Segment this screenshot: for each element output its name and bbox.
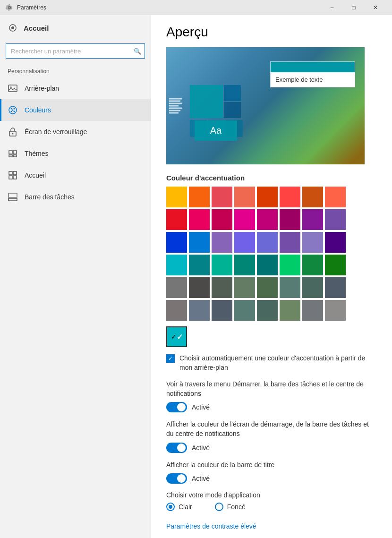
color-swatch[interactable] xyxy=(166,209,187,230)
svg-rect-21 xyxy=(9,193,17,197)
color-swatch[interactable] xyxy=(257,277,278,298)
high-contrast-link[interactable]: Paramètres de contraste élevé xyxy=(166,522,256,530)
color-swatch[interactable] xyxy=(280,277,300,298)
selected-color-swatch[interactable]: ✓ xyxy=(166,326,187,347)
color-swatch[interactable] xyxy=(166,300,187,321)
color-swatch[interactable] xyxy=(212,187,232,207)
color-swatch[interactable] xyxy=(166,255,187,275)
auto-accent-checkbox[interactable]: ✓ xyxy=(166,354,175,363)
color-swatch[interactable] xyxy=(280,232,300,253)
svg-point-1 xyxy=(11,26,14,29)
color-swatch[interactable] xyxy=(302,255,323,275)
color-swatch[interactable] xyxy=(234,277,255,298)
svg-point-8 xyxy=(14,111,15,112)
color-swatch[interactable] xyxy=(257,209,278,230)
color-swatch[interactable] xyxy=(234,255,255,275)
accent-section-label: Couleur d'accentuation xyxy=(166,174,377,182)
sidebar-item-ecran-verrouillage[interactable]: Écran de verrouillage xyxy=(0,121,151,143)
toggle3-description: Afficher la couleur de la barre de titre xyxy=(166,461,377,470)
sidebar-label-accueil: Accueil xyxy=(25,171,46,179)
sidebar-item-arriere-plan[interactable]: Arrière-plan xyxy=(0,77,151,99)
color-swatch[interactable] xyxy=(212,232,232,253)
color-swatch[interactable] xyxy=(280,300,300,321)
color-swatch[interactable] xyxy=(234,209,255,230)
color-swatch[interactable] xyxy=(234,232,255,253)
color-swatch[interactable] xyxy=(257,187,278,207)
toggle2-knob xyxy=(177,444,186,452)
toggle1-description: Voir à travers le menu Démarrer, la barr… xyxy=(166,380,377,398)
color-swatch[interactable] xyxy=(234,300,255,321)
radio-option-clair[interactable]: Clair xyxy=(166,503,192,511)
sidebar-item-barre-taches[interactable]: Barre des tâches xyxy=(0,186,151,208)
color-swatch[interactable] xyxy=(189,209,210,230)
color-swatch[interactable] xyxy=(212,255,232,275)
toggle2-description: Afficher la couleur de l'écran de démarr… xyxy=(166,420,377,438)
color-swatch[interactable] xyxy=(302,232,323,253)
color-swatch[interactable] xyxy=(325,232,346,253)
home-label: Accueil xyxy=(24,24,49,32)
color-swatch[interactable] xyxy=(189,277,210,298)
minimize-button[interactable]: – xyxy=(321,0,343,15)
color-swatch[interactable] xyxy=(166,232,187,253)
toggle3-label: Activé xyxy=(192,475,210,482)
sidebar-item-accueil[interactable]: Accueil xyxy=(0,164,151,186)
svg-rect-15 xyxy=(13,155,17,157)
color-swatch[interactable] xyxy=(280,187,300,207)
color-swatch[interactable] xyxy=(325,277,346,298)
auto-accent-label: Choisir automatiquement une couleur d'ac… xyxy=(179,354,377,372)
color-swatch[interactable] xyxy=(280,255,300,275)
color-swatch[interactable] xyxy=(212,209,232,230)
color-swatch[interactable] xyxy=(257,255,278,275)
preview-bar xyxy=(169,98,182,100)
color-swatch[interactable] xyxy=(325,255,346,275)
color-swatch[interactable] xyxy=(189,187,210,207)
toggle1-switch[interactable] xyxy=(166,402,187,412)
color-swatch[interactable] xyxy=(257,232,278,253)
page-title: Aperçu xyxy=(166,25,377,40)
color-swatch[interactable] xyxy=(189,255,210,275)
sidebar-label-barre-taches: Barre des tâches xyxy=(25,193,75,201)
color-swatch[interactable] xyxy=(325,209,346,230)
toggle2-row: Activé xyxy=(166,443,377,453)
color-swatch[interactable] xyxy=(257,300,278,321)
close-button[interactable]: ✕ xyxy=(365,0,386,15)
color-swatch[interactable] xyxy=(325,300,346,321)
color-swatch[interactable] xyxy=(212,277,232,298)
color-swatch[interactable] xyxy=(234,187,255,207)
preview-bar xyxy=(169,108,182,109)
palette-icon xyxy=(8,105,18,115)
preview-tile xyxy=(190,85,223,118)
color-swatch[interactable] xyxy=(189,300,210,321)
preview-tile-sm xyxy=(224,85,241,101)
sidebar: Accueil 🔍 Personnalisation Arrière-plan xyxy=(0,15,151,538)
toggle3-knob xyxy=(177,474,186,483)
color-swatch[interactable] xyxy=(302,209,323,230)
sidebar-item-couleurs[interactable]: Couleurs xyxy=(0,99,151,121)
sidebar-item-themes[interactable]: Thèmes xyxy=(0,143,151,164)
preview-bars xyxy=(166,96,185,116)
toggle3-switch[interactable] xyxy=(166,473,187,484)
color-swatch[interactable] xyxy=(212,300,232,321)
toggle2-switch[interactable] xyxy=(166,443,187,453)
color-swatch[interactable] xyxy=(166,277,187,298)
color-swatch[interactable] xyxy=(302,300,323,321)
toggle3-row: Activé xyxy=(166,473,377,484)
preview-container: Aa Exemple de texte xyxy=(166,47,365,164)
radio-label-fonce: Foncé xyxy=(227,503,246,511)
radio-option-fonce[interactable]: Foncé xyxy=(215,503,246,511)
color-swatch[interactable] xyxy=(302,277,323,298)
app-title: Paramètres xyxy=(17,4,46,11)
search-input[interactable] xyxy=(6,43,145,59)
radio-label-clair: Clair xyxy=(179,503,192,511)
color-swatch[interactable] xyxy=(325,187,346,207)
app-mode-section: Choisir votre mode d'application Clair F… xyxy=(166,491,377,511)
preview-text-box: Exemple de texte xyxy=(270,61,355,87)
color-swatch[interactable] xyxy=(280,209,300,230)
main-content: Aperçu xyxy=(151,15,392,538)
maximize-button[interactable]: □ xyxy=(343,0,365,15)
color-swatch[interactable] xyxy=(166,187,187,207)
sidebar-home-button[interactable]: Accueil xyxy=(0,15,151,41)
color-swatch[interactable] xyxy=(302,187,323,207)
color-swatch[interactable] xyxy=(189,232,210,253)
toggle1-row: Activé xyxy=(166,402,377,412)
